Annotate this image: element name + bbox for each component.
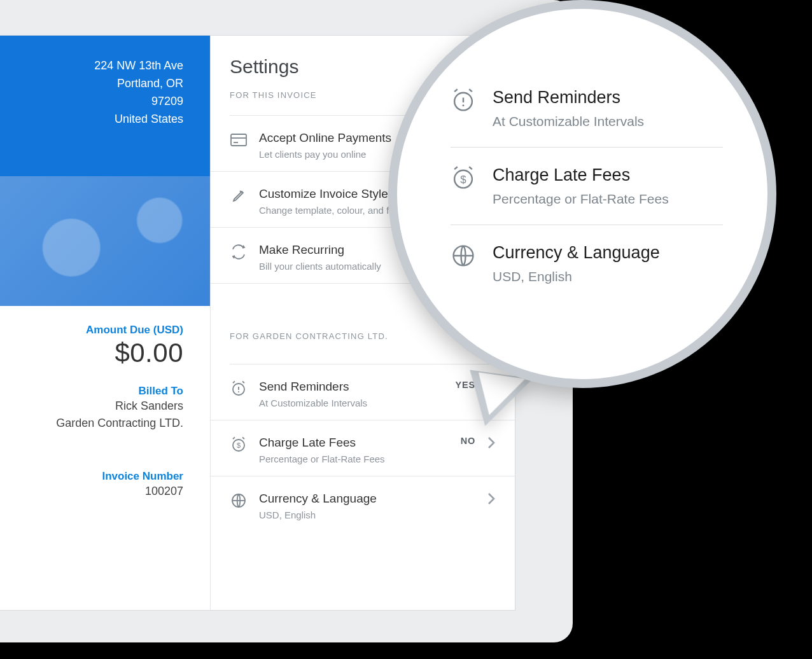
company-address-city: Portland, OR: [0, 75, 183, 93]
invoice-meta: Amount Due (USD) $0.00 Billed To Rick Sa…: [0, 306, 210, 500]
callout-title: Charge Late Fees: [493, 165, 669, 185]
billed-to-label: Billed To: [0, 385, 183, 398]
svg-text:$: $: [237, 441, 241, 449]
paint-icon: [230, 187, 248, 205]
svg-rect-0: [231, 134, 246, 146]
alarm-clock-icon: [230, 380, 248, 398]
invoice-number-label: Invoice Number: [0, 470, 183, 483]
svg-line-18: [469, 89, 472, 92]
setting-sub: USD, English: [259, 510, 475, 520]
setting-value: NO: [461, 436, 475, 446]
setting-title: Send Reminders: [259, 380, 444, 394]
magnifier-callout: Send Reminders At Customizable Intervals…: [388, 0, 776, 388]
setting-title: Currency & Language: [259, 492, 475, 506]
setting-sub: At Customizable Intervals: [259, 398, 444, 408]
billed-to-name: Rick Sanders: [0, 398, 183, 415]
chevron-right-icon: [487, 436, 496, 450]
callout-sub: USD, English: [493, 269, 660, 284]
setting-charge-late-fees[interactable]: $ Charge Late Fees Percentage or Flat-Ra…: [211, 420, 515, 476]
company-address-country: United States: [0, 111, 183, 128]
svg-line-21: [454, 167, 458, 169]
invoice-preview-panel: 224 NW 13th Ave Portland, OR 97209 Unite…: [0, 36, 210, 610]
amount-due-value: $0.00: [0, 338, 183, 368]
svg-point-6: [238, 391, 239, 392]
company-address-line1: 224 NW 13th Ave: [0, 57, 183, 75]
credit-card-icon: [230, 131, 248, 149]
svg-text:$: $: [460, 174, 466, 186]
callout-title: Send Reminders: [493, 88, 644, 108]
company-address-zip: 97209: [0, 93, 183, 111]
svg-line-7: [233, 382, 235, 384]
svg-line-8: [242, 382, 244, 384]
setting-sub: Percentage or Flat-Rate Fees: [259, 454, 449, 464]
invoice-number-value: 100207: [0, 483, 183, 500]
globe-icon: [230, 492, 248, 510]
svg-line-12: [242, 438, 244, 440]
callout-sub: Percentage or Flat-Rate Fees: [493, 191, 669, 207]
chevron-right-icon: [487, 492, 496, 506]
refresh-icon: [230, 243, 248, 261]
invoice-header: 224 NW 13th Ave Portland, OR 97209 Unite…: [0, 36, 210, 306]
hero-image: [0, 176, 210, 306]
alarm-clock-icon: [451, 88, 476, 113]
amount-due-label: Amount Due (USD): [0, 324, 183, 336]
callout-title: Currency & Language: [493, 243, 660, 263]
svg-point-3: [234, 200, 235, 201]
setting-currency-language[interactable]: Currency & Language USD, English: [211, 476, 515, 532]
setting-title: Charge Late Fees: [259, 436, 449, 450]
callout-currency-language: Currency & Language USD, English: [451, 225, 723, 302]
alarm-dollar-icon: $: [230, 436, 248, 454]
callout-pointer: [463, 370, 533, 431]
svg-line-17: [454, 89, 458, 92]
svg-line-22: [469, 167, 472, 169]
svg-point-16: [462, 104, 464, 106]
svg-line-11: [233, 438, 235, 440]
billed-to-company: Garden Contracting LTD.: [0, 415, 183, 432]
callout-charge-late-fees: $ Charge Late Fees Percentage or Flat-Ra…: [451, 148, 723, 225]
callout-sub: At Customizable Intervals: [493, 114, 644, 129]
section-caption-client: FOR GARDEN CONTRACTING LTD.: [230, 331, 388, 341]
callout-send-reminders: Send Reminders At Customizable Intervals: [451, 70, 723, 148]
globe-icon: [451, 243, 476, 268]
alarm-dollar-icon: $: [451, 165, 476, 191]
